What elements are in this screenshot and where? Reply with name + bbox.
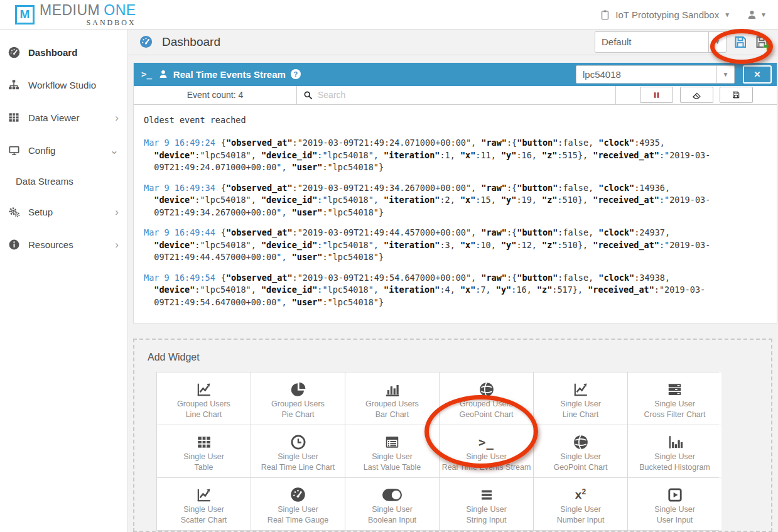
brand-name-secondary: ONE xyxy=(104,2,136,18)
add-widget-item[interactable]: Single UserTable xyxy=(157,425,251,477)
sidebar-item-config[interactable]: Config ⌄ xyxy=(0,134,127,166)
clock-icon xyxy=(290,433,306,452)
widget-item-line1: Single User xyxy=(183,504,224,515)
sidebar-item-label: Workflow Studio xyxy=(28,80,119,90)
add-widget-item[interactable]: Single UserReal Time Gauge xyxy=(251,478,345,530)
sidebar-item-label: Dashboard xyxy=(28,47,119,58)
sidebar-item-workflow-studio[interactable]: Workflow Studio xyxy=(0,68,127,101)
clear-stream-button[interactable] xyxy=(680,87,713,103)
close-widget-button[interactable]: ✕ xyxy=(743,65,772,84)
event-timestamp: Mar 9 16:49:54 xyxy=(144,273,215,283)
gauge-icon xyxy=(6,46,21,59)
sidebar-item-data-viewer[interactable]: Data Viewer › xyxy=(0,101,127,134)
add-widget-item[interactable]: Single UserString Input xyxy=(440,478,533,530)
add-widget-item[interactable]: Single UserLast Value Table xyxy=(345,425,439,477)
widget-item-line2: Line Chart xyxy=(563,410,599,420)
add-widget-item[interactable]: Single UserBucketed Histogram xyxy=(628,425,721,477)
event-json: {"observed_at":"2019-03-09T21:49:34.2670… xyxy=(154,183,710,217)
event-json: {"observed_at":"2019-03-09T21:49:44.4570… xyxy=(154,227,710,262)
globe-icon xyxy=(573,433,589,452)
terminal-icon: >_ xyxy=(478,433,494,452)
widget-item-line1: Grouped Users xyxy=(271,399,325,410)
widget-item-line2: Table xyxy=(195,462,213,473)
add-widget-item[interactable]: Single UserReal Time Line Chart xyxy=(251,425,345,477)
chevron-down-icon[interactable]: ▼ xyxy=(716,66,734,83)
chevron-right-icon: › xyxy=(115,112,119,123)
widget-item-line2: GeoPoint Chart xyxy=(553,462,607,473)
widget-header: >_ Real Time Events Stream ? lpc54018 ▼ … xyxy=(134,63,777,86)
brand-logo[interactable]: M MEDIUMONE SANDBOX xyxy=(15,3,136,26)
event-log: Oldest event reached Mar 9 16:49:24{"obs… xyxy=(134,105,777,323)
user-menu[interactable]: ▼ xyxy=(747,9,767,20)
sidebar-item-label: Setup xyxy=(28,207,115,217)
widget-item-line1: Single User xyxy=(466,504,507,515)
sidebar-item-resources[interactable]: Resources › xyxy=(0,228,127,261)
widget-item-line1: Single User xyxy=(560,504,601,515)
widget-item-line1: Single User xyxy=(654,452,695,462)
add-widget-item[interactable]: Grouped UsersPie Chart xyxy=(251,372,345,425)
list-table-icon xyxy=(384,433,401,452)
add-widget-item[interactable]: Grouped UsersLine Chart xyxy=(157,372,251,425)
search-input[interactable] xyxy=(318,90,609,100)
add-widget-panel: Add Widget Grouped UsersLine ChartGroupe… xyxy=(133,339,772,532)
terminal-icon: >_ xyxy=(141,69,152,79)
widget-item-line2: Scatter Chart xyxy=(181,515,227,526)
add-widget-item[interactable]: Single UserScatter Chart xyxy=(157,478,251,530)
add-widget-item[interactable]: Single UserBoolean Input xyxy=(345,478,439,530)
add-widget-item[interactable]: Single UserUser Input xyxy=(628,478,721,530)
bars-icon xyxy=(478,486,495,504)
user-icon xyxy=(158,69,168,79)
widget-item-line2: Line Chart xyxy=(186,410,222,420)
widget-item-line1: Single User xyxy=(654,504,695,515)
add-widget-item[interactable]: Grouped UsersGeoPoint Chart xyxy=(440,372,533,425)
widget-item-line2: Boolean Input xyxy=(368,515,416,526)
gears-icon xyxy=(6,205,21,219)
event-timestamp: Mar 9 16:49:44 xyxy=(144,227,215,237)
add-widget-item[interactable]: Single UserCross Filter Chart xyxy=(628,372,721,425)
dashboard-preset-select[interactable]: Default ▼ xyxy=(595,31,727,53)
widget-item-line1: Single User xyxy=(560,399,601,410)
event-entry: Mar 9 16:49:24{"observed_at":"2019-03-09… xyxy=(144,137,765,174)
event-json: {"observed_at":"2019-03-09T21:49:24.0710… xyxy=(154,138,710,172)
user-icon xyxy=(747,9,757,20)
event-entry: Mar 9 16:49:44{"observed_at":"2019-03-09… xyxy=(144,227,765,264)
workspace-menu[interactable]: IoT Prototyping Sandbox ▼ xyxy=(600,9,730,21)
histogram-icon xyxy=(667,433,683,452)
monitor-icon xyxy=(6,144,21,156)
add-widget-item[interactable]: Single UserGeoPoint Chart xyxy=(534,425,627,477)
sitemap-icon xyxy=(6,79,21,91)
sidebar-item-data-streams[interactable]: Data Streams xyxy=(0,166,127,195)
widget-item-line2: Real Time Events Stream xyxy=(442,462,531,473)
save-stream-button[interactable] xyxy=(720,87,753,103)
save-as-new-dashboard-button[interactable]: ✚ xyxy=(754,35,769,50)
add-widget-item[interactable]: >_Single UserReal Time Events Stream xyxy=(440,425,533,477)
add-widget-item[interactable]: x2Single UserNumber Input xyxy=(534,478,627,530)
sidebar-item-setup[interactable]: Setup › xyxy=(0,195,127,228)
widget-item-line2: User Input xyxy=(657,515,693,526)
add-widget-item[interactable]: Single UserLine Chart xyxy=(534,372,627,425)
gauge-icon xyxy=(289,486,306,504)
chevron-down-icon[interactable]: ▼ xyxy=(708,32,726,52)
pause-stream-button[interactable] xyxy=(640,87,673,103)
widget-item-line1: Grouped Users xyxy=(460,399,513,410)
add-widget-item[interactable]: Grouped UsersBar Chart xyxy=(345,372,439,425)
main-content: Dashboard Default ▼ ✚ xyxy=(128,30,778,532)
brand-mark-icon: M xyxy=(15,5,35,24)
help-icon[interactable]: ? xyxy=(291,69,301,79)
sidebar-item-label: Resources xyxy=(28,239,115,250)
pie-chart-icon xyxy=(290,380,306,399)
save-dashboard-button[interactable] xyxy=(733,35,748,50)
info-icon xyxy=(6,239,21,251)
chevron-right-icon: › xyxy=(115,239,119,250)
cross-filter-icon xyxy=(666,380,683,399)
device-select[interactable]: lpc54018 ▼ xyxy=(576,65,735,84)
event-list: Mar 9 16:49:24{"observed_at":"2019-03-09… xyxy=(144,137,765,308)
sidebar: Dashboard Workflow Studio Data Viewer › xyxy=(0,30,128,532)
play-square-icon xyxy=(667,486,683,504)
search-box xyxy=(297,86,616,104)
chevron-down-icon: ▼ xyxy=(724,11,730,18)
event-count: Event count: 4 xyxy=(134,86,297,104)
line-chart-icon xyxy=(572,380,589,399)
sidebar-item-dashboard[interactable]: Dashboard xyxy=(0,36,127,68)
page-title: Dashboard xyxy=(162,35,220,49)
